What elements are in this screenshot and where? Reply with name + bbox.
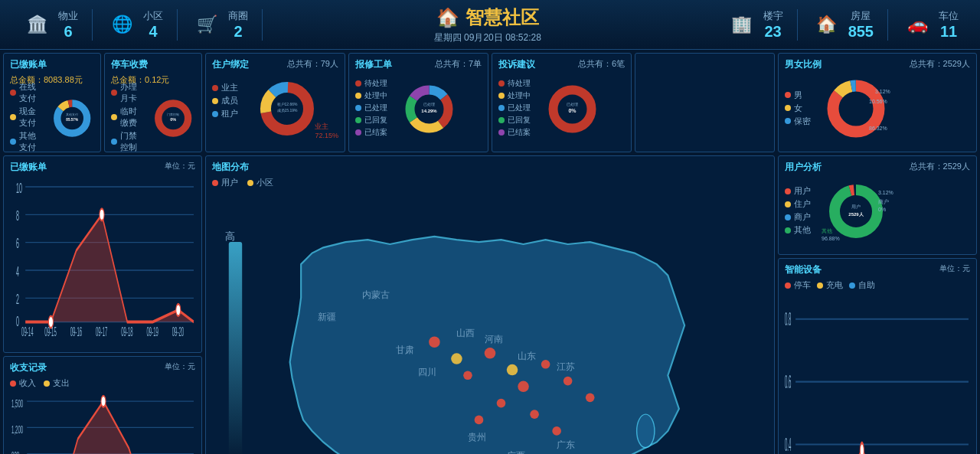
community-label: 小区 [143,9,163,23]
svg-point-23 [176,304,181,316]
repair-order-panel: 报修工单 总共有：7单 待处理 处理中 已处理 已回复 已结案 [348,53,488,152]
building-value: 23 [765,23,782,41]
svg-point-93 [429,336,440,348]
svg-text:门禁控制: 门禁控制 [167,112,179,116]
china-map: 高 低 新疆 内蒙古 甘肃 四川 山西 河南 山东 江苏 贵州 广西 广东 南海… [212,193,768,454]
complaint-panel: 投诉建议 总共有：6笔 待处理 处理中 已处理 已回复 已结案 已处理 0% [492,53,632,152]
svg-text:山西: 山西 [456,328,475,338]
mall-value: 2 [234,23,242,41]
svg-point-99 [497,399,506,408]
svg-text:0%: 0% [170,117,176,122]
svg-text:0%: 0% [878,207,886,212]
svg-text:0.4: 0.4 [785,434,791,454]
svg-text:09-19: 09-19 [146,325,158,336]
svg-text:江苏: 江苏 [557,361,575,371]
parking-value: 11 [940,23,957,41]
gender-total: 总共有：2529人 [910,58,970,70]
svg-text:已处理: 已处理 [423,102,435,106]
svg-text:96.88%: 96.88% [822,236,840,241]
property-value: 6 [64,23,72,41]
svg-text:0.8: 0.8 [785,309,791,329]
svg-point-95 [463,371,472,381]
svg-point-102 [586,394,595,403]
svg-text:09-18: 09-18 [121,325,133,336]
repair-total: 总共有：7单 [435,58,482,70]
svg-text:0%: 0% [568,108,577,113]
user-analysis-total: 总共有：2529人 [910,161,970,172]
complaint-total: 总共有：6笔 [578,58,625,70]
svg-point-105 [507,364,518,376]
center-column: 住户绑定 总共有：79人 业主 成员 租户 租户12.66% 成员15.19 [205,53,775,454]
stat-room: 🏠 房屋 855 [798,9,888,41]
building-label: 楼宇 [763,9,783,23]
svg-text:新疆: 新疆 [318,312,336,322]
svg-text:09-20: 09-20 [172,325,185,336]
parking-label: 车位 [939,9,959,23]
svg-text:09-15: 09-15 [44,325,57,336]
svg-point-104 [451,353,462,364]
left-column: 已缴账单 总金额：8083.88元 在线支付 现金支付 其他支付 其他支付 [3,53,202,454]
resident-pie: 租户12.66% 成员15.19% [256,78,318,139]
svg-text:甘肃: 甘肃 [396,345,414,354]
complaint-donut: 已处理 0% [544,80,601,138]
svg-point-49 [101,396,106,407]
income-line-chart: 1,500 1,200 900 600 300 0 [10,392,195,454]
title-icon: 🏠 [436,7,459,28]
income-unit: 单位：元 [165,361,195,372]
smart-device-panel: 智能设备 单位：元 停车 充电 自助 0.8 0.6 0.4 0.2 [778,258,977,454]
resident-total: 总共有：79人 [287,58,338,70]
content-area: 已缴账单 总金额：8083.88元 在线支付 现金支付 其他支付 其他支付 [0,50,980,454]
resident-binding-panel: 住户绑定 总共有：79人 业主 成员 租户 租户12.66% 成员15.19 [205,53,345,152]
property-label: 物业 [58,9,78,23]
svg-text:租户12.66%: 租户12.66% [276,102,298,106]
already-billed-panel: 已缴账单 总金额：8083.88元 在线支付 现金支付 其他支付 其他支付 [3,53,101,152]
stat-building: 🏢 楼宇 23 [713,9,798,41]
mall-icon: 🛒 [191,9,222,40]
svg-text:3.12%: 3.12% [878,190,893,195]
building-icon: 🏢 [727,9,757,40]
svg-text:900: 900 [11,449,19,454]
svg-text:成员15.19%: 成员15.19% [276,108,298,113]
svg-text:14.29%: 14.29% [421,109,437,113]
already-billed-legend: 在线支付 现金支付 其他支付 [10,81,44,152]
stat-community: 🌐 小区 4 [93,9,178,41]
svg-point-103 [552,426,561,436]
map-title: 地图分布 [212,161,768,174]
svg-text:商户: 商户 [878,199,889,204]
svg-text:高: 高 [225,230,235,242]
community-icon: 🌐 [106,9,137,40]
svg-text:09-16: 09-16 [70,325,83,336]
svg-point-160 [835,190,877,233]
room-label: 房屋 [851,9,871,23]
svg-marker-20 [25,214,194,322]
svg-text:0.6: 0.6 [785,371,791,392]
svg-text:10.56%: 10.56% [869,99,887,104]
svg-text:其他: 其他 [822,228,832,234]
svg-text:用户: 用户 [851,204,861,209]
svg-text:6: 6 [16,237,19,252]
stat-property: 🏛️ 物业 6 [8,9,93,41]
svg-point-22 [100,209,104,221]
datetime: 星期四 09月20日 08:52:28 [434,31,541,44]
svg-text:09-17: 09-17 [96,325,107,336]
svg-text:8: 8 [16,208,19,224]
billed-chart-panel: 已缴账单 单位：元 10 8 6 4 2 0 [3,155,202,353]
already-billed-title: 已缴账单 [10,58,94,71]
svg-text:2: 2 [16,292,19,307]
svg-text:1,500: 1,500 [11,397,23,410]
header: 🏛️ 物业 6 🌐 小区 4 🛒 商圈 2 🏠 智慧社区 星期四 09月20日 … [0,0,980,50]
svg-text:4: 4 [16,264,19,279]
user-analysis-donut: 用户 2529人 3.12% 商户 0% 其他 96.88% [814,179,898,244]
svg-text:男: 男 [869,118,874,123]
svg-text:86.32%: 86.32% [869,126,887,131]
repair-donut: 已处理 14.29% [400,80,458,138]
mall-label: 商圈 [228,9,248,23]
svg-text:广东: 广东 [557,439,575,449]
billed-unit: 单位：元 [165,161,195,171]
parking-icon: 🚗 [902,9,933,40]
svg-text:0: 0 [16,314,19,329]
parking-fee-donut: 门禁控制 0% [151,90,195,147]
svg-point-101 [530,410,539,419]
svg-text:广西: 广西 [507,450,525,454]
svg-text:1,200: 1,200 [11,423,23,436]
